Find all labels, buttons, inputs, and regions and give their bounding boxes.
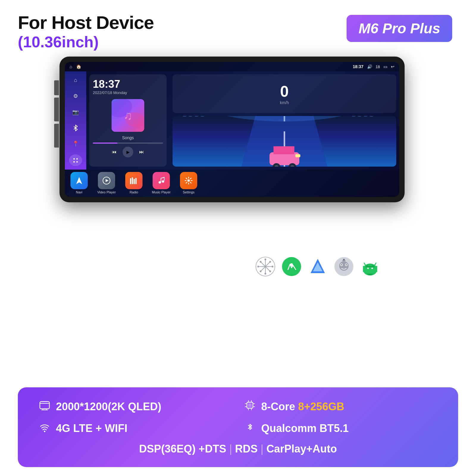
svg-rect-13 xyxy=(188,116,192,116)
svg-point-54 xyxy=(343,259,345,261)
svg-rect-31 xyxy=(134,179,135,184)
spec-processor-text: 8-Core 8+256GB xyxy=(261,400,344,413)
svg-point-41 xyxy=(260,261,262,263)
status-right: 18:37 🔊 18 ▭ ↩ xyxy=(353,64,394,69)
svg-point-59 xyxy=(367,268,369,269)
settings-icon xyxy=(180,172,197,189)
spec-divider-1: | xyxy=(229,443,232,455)
ai-robot-logo xyxy=(333,256,355,277)
app-radio[interactable]: Radio xyxy=(122,172,146,194)
screen-date: 2022/07/18 Monday xyxy=(93,90,163,95)
svg-point-40 xyxy=(272,266,273,267)
music-controls: ⏮ ▶ ⏭ xyxy=(112,147,144,157)
carplay-logo xyxy=(281,256,302,277)
status-time: 18:37 xyxy=(353,64,364,69)
svg-point-44 xyxy=(260,270,262,272)
status-left: ⌂ 🏠 xyxy=(70,64,81,69)
spec-bluetooth-text: Qualcomm BT5.1 xyxy=(261,422,349,435)
battery-level: 18 xyxy=(376,65,380,69)
sidebar: ⌂ ⚙ 📷 📍 xyxy=(65,71,86,170)
music-time-section: 18:37 2022/07/18 Monday xyxy=(93,78,163,95)
side-button-2[interactable] xyxy=(54,98,59,121)
volume-icon[interactable]: 🔊 xyxy=(367,64,372,69)
screen-icon: ▭ xyxy=(383,64,387,69)
side-button-3[interactable] xyxy=(54,124,59,148)
model-name: M6 Pro Plus xyxy=(358,21,440,36)
app-video[interactable]: Video Player xyxy=(95,172,118,194)
svg-point-3 xyxy=(76,161,78,162)
navi-label: Navi xyxy=(76,190,82,194)
spec-processor: 8-Core 8+256GB xyxy=(244,399,437,414)
svg-rect-32 xyxy=(135,178,137,184)
sidebar-icon-bluetooth[interactable] xyxy=(70,123,82,133)
back-icon[interactable]: ↩ xyxy=(391,64,394,69)
side-button-1[interactable] xyxy=(54,80,59,95)
video-icon xyxy=(98,172,115,189)
svg-point-11 xyxy=(185,116,384,121)
music-icon xyxy=(153,172,170,189)
speed-value: 0 xyxy=(280,82,289,100)
radio-icon xyxy=(125,172,143,189)
svg-point-1 xyxy=(76,158,78,159)
navi-icon xyxy=(71,172,88,189)
center-content: 18:37 2022/07/18 Monday ♫ Songs xyxy=(86,71,399,170)
app-settings[interactable]: Settings xyxy=(177,172,201,194)
svg-point-60 xyxy=(372,268,373,269)
svg-point-46 xyxy=(290,263,293,266)
sidebar-icon-home[interactable]: ⌂ xyxy=(70,75,82,85)
android-logo xyxy=(359,256,381,277)
svg-point-42 xyxy=(269,270,271,272)
svg-point-35 xyxy=(187,179,190,182)
svg-rect-26 xyxy=(295,154,300,157)
svg-rect-16 xyxy=(352,116,356,116)
wifi-icon xyxy=(39,421,51,436)
app-navi[interactable]: Navi xyxy=(67,172,91,194)
spec-rds: RDS xyxy=(235,443,258,455)
radio-label: Radio xyxy=(130,190,138,194)
svg-point-45 xyxy=(282,257,301,276)
spec-carplay: CarPlay+Auto xyxy=(266,443,337,455)
spec-connectivity: 4G LTE + WIFI xyxy=(39,421,232,436)
compat-pattern-logo xyxy=(255,256,276,277)
svg-rect-14 xyxy=(195,116,198,116)
spec-connectivity-text: 4G LTE + WIFI xyxy=(56,422,127,435)
music-label: Music Player xyxy=(152,190,171,194)
header-section: For Host Device (10.36inch) xyxy=(18,12,154,51)
svg-rect-15 xyxy=(201,116,204,116)
next-button[interactable]: ⏭ xyxy=(139,149,144,155)
sidebar-icon-settings[interactable]: ⚙ xyxy=(70,91,82,101)
svg-rect-12 xyxy=(182,116,186,116)
album-art: ♫ xyxy=(112,99,144,132)
svg-rect-63 xyxy=(40,402,49,409)
svg-point-39 xyxy=(257,266,259,267)
svg-point-34 xyxy=(162,180,164,183)
sidebar-icon-camera[interactable]: 📷 xyxy=(70,107,82,117)
svg-rect-18 xyxy=(364,116,367,116)
size-label: (10.36inch) xyxy=(18,33,154,51)
sidebar-icon-location[interactable]: 📍 xyxy=(70,139,82,149)
video-label: Video Player xyxy=(97,190,116,194)
prev-button[interactable]: ⏮ xyxy=(112,149,117,155)
svg-point-2 xyxy=(73,161,75,162)
spec-resolution-text: 2000*1200(2K QLED) xyxy=(56,400,161,413)
music-panel: 18:37 2022/07/18 Monday ♫ Songs xyxy=(89,74,167,167)
speed-widget: 0 km/h xyxy=(173,74,396,113)
android-auto-logo xyxy=(307,256,328,277)
svg-rect-29 xyxy=(130,178,131,184)
svg-point-33 xyxy=(159,181,161,184)
app-music[interactable]: Music Player xyxy=(149,172,173,194)
specs-grid: 2000*1200(2K QLED) 8-Core 8+256GB xyxy=(39,399,437,455)
side-buttons xyxy=(54,80,59,150)
house-icon[interactable]: 🏠 xyxy=(76,64,81,69)
song-label: Songs xyxy=(122,135,134,140)
svg-rect-65 xyxy=(248,403,252,407)
sidebar-apps-button[interactable] xyxy=(69,154,82,166)
right-panel: 0 km/h xyxy=(170,71,399,170)
svg-point-51 xyxy=(341,264,342,265)
home-icon[interactable]: ⌂ xyxy=(70,64,72,69)
speed-unit: km/h xyxy=(280,100,289,105)
resolution-icon xyxy=(39,399,51,414)
play-button[interactable]: ▶ xyxy=(123,147,133,157)
page-title: For Host Device xyxy=(18,12,154,33)
svg-point-43 xyxy=(269,261,271,263)
